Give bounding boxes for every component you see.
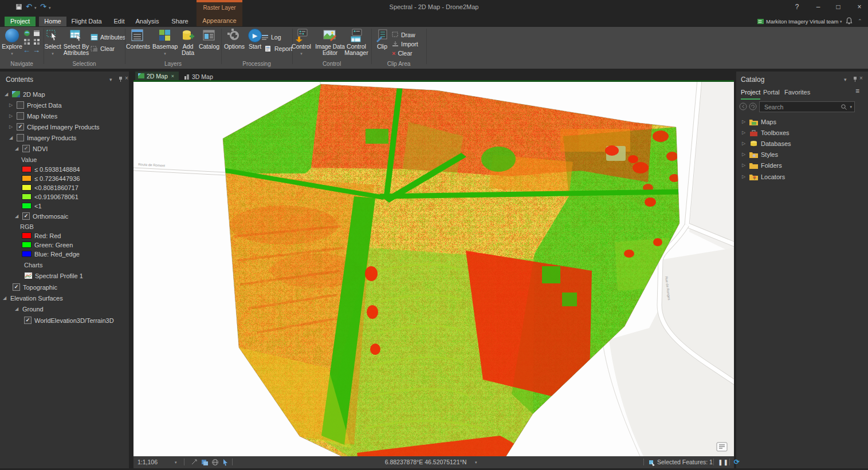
map-tab-3d[interactable]: 3D Map (182, 72, 216, 82)
close-2d-map-tab[interactable]: × (171, 73, 174, 79)
draw-button[interactable]: Draw (392, 30, 415, 39)
redo-button[interactable]: ↷ (40, 2, 46, 11)
log-button[interactable]: Log (261, 33, 281, 41)
catalog-item-databases[interactable]: ▷ Databases (742, 139, 791, 148)
tree-item-orthomosaic[interactable]: ◢✓Orthomosaic (15, 212, 68, 220)
close-button[interactable]: × (852, 2, 867, 12)
globe-status-icon[interactable] (211, 459, 219, 466)
tab-flight-data[interactable]: Flight Data (70, 17, 103, 26)
contents-button[interactable]: Contents (126, 29, 149, 50)
redo-caret[interactable]: ▾ (49, 6, 51, 10)
add-data-button[interactable]: Add Data (179, 29, 197, 56)
project-data-checkbox[interactable] (17, 101, 24, 109)
tree-item-project-data[interactable]: ▷Project Data (9, 101, 62, 109)
scale-caret[interactable]: ▾ (175, 459, 177, 466)
image-data-editor-button[interactable]: Image Data Editor (313, 29, 347, 56)
catalog-hamburger-icon[interactable]: ≡ (855, 87, 859, 95)
catalog-item-maps[interactable]: ▷ Maps (742, 117, 776, 126)
coordinates-readout[interactable]: 6.88237878°E 46.52075121°N (363, 459, 489, 466)
tab-share[interactable]: Share (168, 17, 191, 26)
account-caret[interactable]: ▾ (840, 19, 842, 24)
save-icon[interactable] (15, 3, 22, 10)
tab-edit[interactable]: Edit (109, 17, 129, 26)
clear-clip-button[interactable]: × Clear (392, 49, 413, 57)
ribbon-collapse-chevron[interactable]: ⌃ (858, 18, 862, 24)
undo-button[interactable]: ↶ (26, 2, 32, 11)
tree-item-world-elevation[interactable]: ✓WorldElevation3D/Terrain3D (24, 316, 114, 325)
catalog-tab-project[interactable]: Project (741, 89, 760, 100)
catalog-item-styles[interactable]: ▷ Styles (742, 150, 778, 159)
map-viewport[interactable]: Route de Romont Rue de Ronges (133, 82, 734, 456)
bookmarks-icon[interactable] (23, 30, 31, 38)
catalog-menu-caret-icon[interactable]: ▾ (844, 77, 847, 82)
options-button[interactable]: Options (223, 29, 245, 50)
tree-item-topographic[interactable]: ✓Topographic (13, 283, 57, 291)
report-button[interactable]: Report (265, 44, 293, 53)
undo-caret[interactable]: ▾ (34, 6, 37, 10)
tree-item-map-notes[interactable]: ▷Map Notes (9, 112, 57, 120)
tab-appearance[interactable]: Appearance (197, 17, 242, 24)
layers-status-icon[interactable] (201, 459, 209, 466)
restore-button[interactable]: □ (831, 2, 846, 12)
tree-item-imagery-products[interactable]: ◢Imagery Products (9, 133, 76, 142)
contents-close-icon[interactable]: × (125, 75, 128, 81)
tree-item-ground[interactable]: ◢Ground (15, 305, 44, 313)
contents-menu-caret-icon[interactable]: ▾ (109, 77, 112, 82)
help-button[interactable]: ? (790, 2, 804, 12)
map-tab-2d[interactable]: 2D Map × (135, 72, 179, 80)
catalog-tab-favorites[interactable]: Favorites (784, 89, 810, 97)
map-attribution-button[interactable] (717, 443, 727, 451)
minimize-button[interactable]: – (811, 2, 826, 12)
clip-button[interactable]: Clip (374, 29, 391, 50)
account-name[interactable]: Markiton Imagery Virtual team (766, 18, 839, 25)
clear-selection-button[interactable]: Clear (91, 44, 115, 53)
catalog-refresh-icon[interactable] (749, 102, 757, 110)
tree-item-2d-map[interactable]: ◢ 2D Map (5, 90, 45, 98)
attributes-button[interactable]: Attributes (91, 33, 125, 41)
snap-icon[interactable] (191, 459, 198, 466)
coordinates-caret[interactable]: ▾ (475, 459, 477, 466)
pane-icon[interactable] (33, 30, 41, 38)
ndvi-checkbox[interactable]: ✓ (22, 145, 30, 152)
pointer-status-icon[interactable] (222, 459, 229, 466)
previous-extent-arrow[interactable]: ← (23, 46, 30, 54)
world-elevation-checkbox[interactable]: ✓ (24, 317, 32, 324)
map-notes-checkbox[interactable] (17, 112, 24, 120)
catalog-tab-portal[interactable]: Portal (763, 89, 780, 97)
tree-item-clipped-imagery[interactable]: ▷✓Clipped Imagery Products (9, 123, 100, 131)
catalog-back-icon[interactable] (739, 102, 747, 110)
grid-icon-2[interactable] (33, 38, 41, 46)
tree-item-ndvi[interactable]: ◢✓NDVI (15, 144, 48, 153)
control-manager-button[interactable]: Control Manager (344, 29, 369, 56)
tree-item-elevation-surfaces[interactable]: ◢Elevation Surfaces (3, 294, 63, 302)
tree-item-spectral-profile[interactable]: Spectral Profile 1 (25, 271, 83, 280)
select-by-attributes-button[interactable]: Select By Attributes (62, 29, 91, 56)
pause-drawing-icon[interactable]: ❚❚ (718, 459, 729, 466)
control-button[interactable]: Control▾ (292, 29, 311, 57)
next-extent-arrow[interactable]: → (33, 46, 40, 54)
catalog-close-icon[interactable]: × (859, 75, 863, 81)
catalog-item-toolboxes[interactable]: ▷ Toolboxes (742, 128, 790, 137)
catalog-search-input[interactable]: Search ▾ (759, 101, 855, 112)
tab-analysis[interactable]: Analysis (133, 17, 162, 26)
refresh-icon[interactable]: ⟳ (734, 459, 740, 466)
contents-pin-icon[interactable] (118, 76, 123, 82)
select-button[interactable]: Select▾ (44, 29, 61, 57)
notifications-bell-icon[interactable] (846, 17, 853, 25)
imagery-products-checkbox[interactable] (17, 134, 24, 141)
catalog-item-folders[interactable]: ▷ Folders (742, 161, 782, 169)
explore-button[interactable]: Explore▾ (2, 29, 22, 57)
catalog-button[interactable]: Catalog (198, 29, 220, 50)
import-button[interactable]: Import (392, 40, 418, 48)
tab-home[interactable]: Home (39, 17, 66, 26)
clipped-imagery-checkbox[interactable]: ✓ (17, 123, 24, 131)
selected-features-status[interactable]: Selected Features: 1 (657, 459, 713, 466)
basemap-button[interactable]: Basemap▾ (152, 29, 178, 57)
grid-icon-1[interactable] (23, 38, 31, 46)
scale-combobox[interactable]: 1:1,106 (138, 459, 158, 466)
catalog-pin-icon[interactable] (853, 76, 858, 82)
tab-project[interactable]: Project (5, 17, 36, 26)
search-caret[interactable]: ▾ (850, 105, 852, 109)
orthomosaic-checkbox[interactable]: ✓ (22, 212, 30, 220)
topographic-checkbox[interactable]: ✓ (13, 283, 20, 291)
